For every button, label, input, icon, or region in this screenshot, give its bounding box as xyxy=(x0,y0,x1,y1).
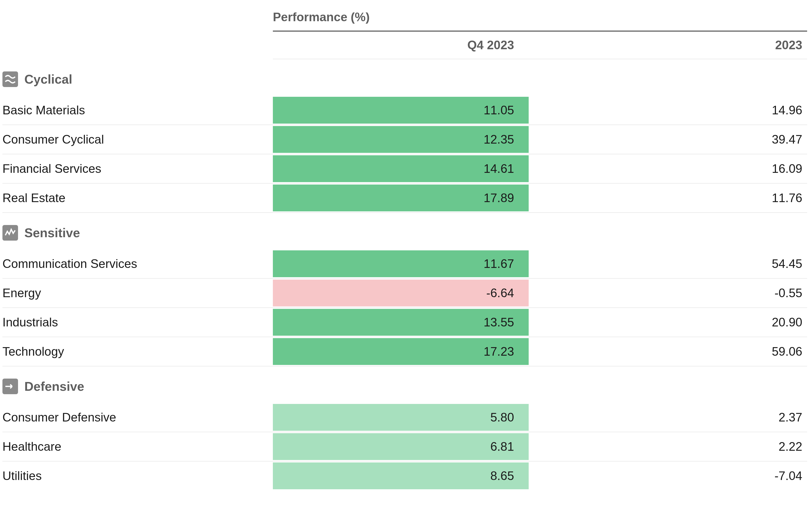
year-value: 39.47 xyxy=(529,125,807,154)
sensitive-icon xyxy=(2,225,18,241)
defensive-icon xyxy=(2,379,18,394)
sector-name: Energy xyxy=(2,279,273,308)
q4-cell-wrap: 8.65 xyxy=(273,462,529,490)
group-header-defensive: Defensive xyxy=(2,366,807,403)
year-value: 2.37 xyxy=(529,403,807,432)
column-header-year: 2023 xyxy=(529,31,807,59)
q4-value: 6.81 xyxy=(273,433,529,460)
q4-value: 14.61 xyxy=(273,155,529,182)
year-value: 2.22 xyxy=(529,432,807,462)
q4-cell-wrap: 17.89 xyxy=(273,184,529,213)
year-value: -0.55 xyxy=(529,279,807,308)
q4-value: 8.65 xyxy=(273,462,529,489)
sector-name: Utilities xyxy=(2,462,273,490)
q4-cell-wrap: 13.55 xyxy=(273,308,529,337)
q4-cell-wrap: -6.64 xyxy=(273,279,529,308)
year-value: 14.96 xyxy=(529,96,807,125)
year-value: -7.04 xyxy=(529,462,807,490)
q4-value: 11.67 xyxy=(273,250,529,277)
sector-name: Consumer Cyclical xyxy=(2,125,273,154)
q4-cell-wrap: 17.23 xyxy=(273,337,529,366)
year-value: 54.45 xyxy=(529,249,807,279)
performance-table: Performance (%) Q4 2023 2023 CyclicalBas… xyxy=(2,10,807,490)
sector-name: Healthcare xyxy=(2,432,273,462)
q4-value: 11.05 xyxy=(273,97,529,124)
q4-value: 13.55 xyxy=(273,309,529,336)
q4-cell-wrap: 11.67 xyxy=(273,249,529,279)
group-header-cyclical: Cyclical xyxy=(2,59,807,96)
year-value: 20.90 xyxy=(529,308,807,337)
q4-cell-wrap: 11.05 xyxy=(273,96,529,125)
year-value: 11.76 xyxy=(529,184,807,213)
year-value: 16.09 xyxy=(529,154,807,184)
q4-cell-wrap: 5.80 xyxy=(273,403,529,432)
q4-cell-wrap: 14.61 xyxy=(273,154,529,184)
group-header-sensitive: Sensitive xyxy=(2,213,807,249)
q4-value: 5.80 xyxy=(273,404,529,431)
q4-cell-wrap: 6.81 xyxy=(273,432,529,462)
sector-name: Technology xyxy=(2,337,273,366)
sector-name: Real Estate xyxy=(2,184,273,213)
sector-name: Industrials xyxy=(2,308,273,337)
q4-value: -6.64 xyxy=(273,280,529,306)
q4-value: 12.35 xyxy=(273,126,529,153)
group-label: Defensive xyxy=(24,379,84,394)
q4-value: 17.23 xyxy=(273,338,529,365)
cyclical-icon xyxy=(2,72,18,87)
year-value: 59.06 xyxy=(529,337,807,366)
sector-name: Financial Services xyxy=(2,154,273,184)
sector-name: Communication Services xyxy=(2,249,273,279)
sector-name: Basic Materials xyxy=(2,96,273,125)
sector-name: Consumer Defensive xyxy=(2,403,273,432)
q4-cell-wrap: 12.35 xyxy=(273,125,529,154)
group-label: Cyclical xyxy=(24,72,72,87)
column-header-q4: Q4 2023 xyxy=(273,31,529,59)
performance-super-header: Performance (%) xyxy=(273,10,807,31)
q4-value: 17.89 xyxy=(273,185,529,211)
group-label: Sensitive xyxy=(24,225,80,240)
